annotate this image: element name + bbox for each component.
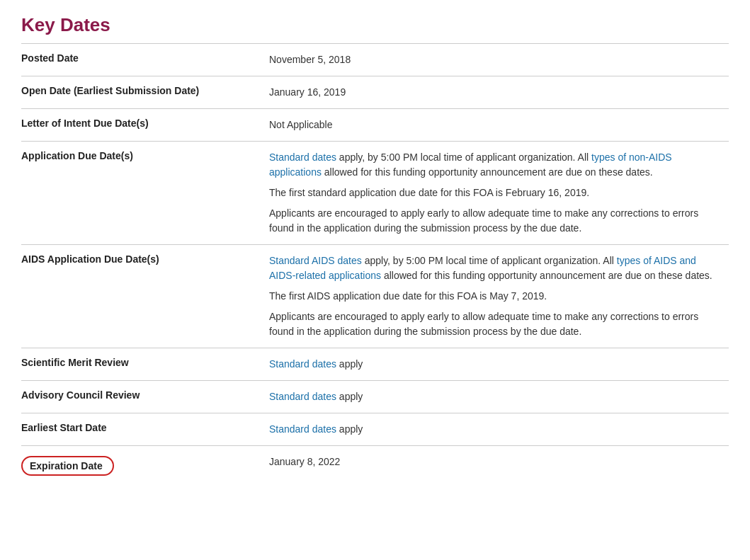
label-earliest-start-date: Earliest Start Date (21, 413, 269, 446)
scientific-merit-standard-dates-link[interactable]: Standard dates (269, 358, 336, 370)
label-application-due-date: Application Due Date(s) (21, 142, 269, 245)
row-application-due-date: Application Due Date(s) Standard dates a… (21, 142, 729, 245)
value-scientific-merit-review: Standard dates apply (269, 348, 729, 381)
value-letter-of-intent: Not Applicable (269, 109, 729, 142)
expiration-circle: Expiration Date (21, 456, 114, 476)
advisory-council-standard-dates-link[interactable]: Standard dates (269, 391, 336, 402)
row-advisory-council-review: Advisory Council Review Standard dates a… (21, 381, 729, 413)
value-advisory-council-review: Standard dates apply (269, 381, 729, 413)
row-scientific-merit-review: Scientific Merit Review Standard dates a… (21, 348, 729, 381)
label-advisory-council-review: Advisory Council Review (21, 381, 269, 413)
standard-aids-dates-link[interactable]: Standard AIDS dates (269, 255, 362, 266)
value-earliest-start-date: Standard dates apply (269, 413, 729, 446)
row-posted-date: Posted Date November 5, 2018 (21, 44, 729, 76)
standard-dates-link-1[interactable]: Standard dates (269, 152, 336, 163)
earliest-start-standard-dates-link[interactable]: Standard dates (269, 423, 336, 435)
row-earliest-start-date: Earliest Start Date Standard dates apply (21, 413, 729, 446)
value-open-date: January 16, 2019 (269, 76, 729, 109)
label-aids-application-due-date: AIDS Application Due Date(s) (21, 245, 269, 348)
label-scientific-merit-review: Scientific Merit Review (21, 348, 269, 381)
label-posted-date: Posted Date (21, 44, 269, 76)
row-letter-of-intent: Letter of Intent Due Date(s) Not Applica… (21, 109, 729, 142)
aids-due-line3: Applicants are encouraged to apply early… (269, 309, 722, 339)
value-application-due-date: Standard dates apply, by 5:00 PM local t… (269, 142, 729, 245)
application-due-line1: Standard dates apply, by 5:00 PM local t… (269, 150, 722, 180)
row-open-date: Open Date (Earliest Submission Date) Jan… (21, 76, 729, 109)
label-expiration-date: Expiration Date (21, 446, 269, 485)
value-expiration-date: January 8, 2022 (269, 446, 729, 485)
application-due-line3: Applicants are encouraged to apply early… (269, 206, 722, 236)
aids-due-line1: Standard AIDS dates apply, by 5:00 PM lo… (269, 253, 722, 283)
key-dates-table: Posted Date November 5, 2018 Open Date (… (21, 43, 729, 484)
label-open-date: Open Date (Earliest Submission Date) (21, 76, 269, 109)
value-posted-date: November 5, 2018 (269, 44, 729, 76)
row-aids-application-due-date: AIDS Application Due Date(s) Standard AI… (21, 245, 729, 348)
row-expiration-date: Expiration Date January 8, 2022 (21, 446, 729, 485)
application-due-line2: The first standard application due date … (269, 185, 722, 200)
page-title: Key Dates (21, 14, 729, 36)
value-aids-application-due-date: Standard AIDS dates apply, by 5:00 PM lo… (269, 245, 729, 348)
label-letter-of-intent: Letter of Intent Due Date(s) (21, 109, 269, 142)
aids-due-line2: The first AIDS application due date for … (269, 289, 722, 304)
